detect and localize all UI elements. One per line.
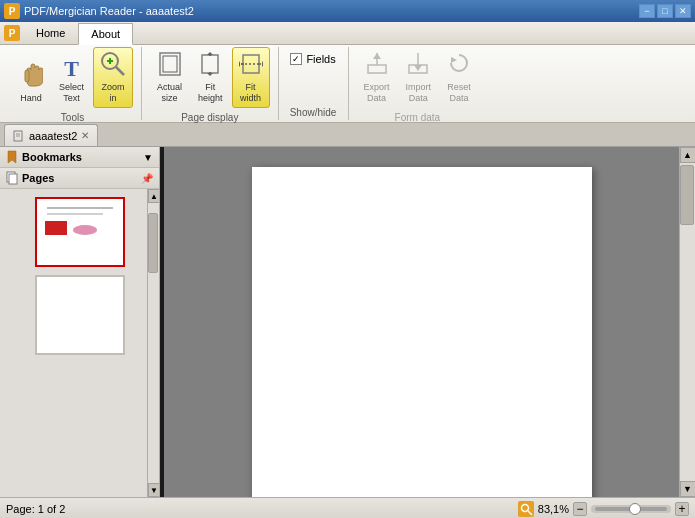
sidebar-scroll-thumb[interactable]: [148, 213, 158, 273]
pages-header[interactable]: Pages 📌: [0, 168, 159, 189]
svg-rect-4: [25, 70, 29, 82]
fit-width-button[interactable]: Fitwidth: [232, 47, 270, 108]
svg-rect-10: [163, 56, 177, 72]
doc-tab-close[interactable]: ✕: [81, 130, 89, 141]
ribbon-group-showhide: ✓ Fields Show/hide: [279, 47, 349, 120]
hand-label: Hand: [20, 93, 42, 104]
sidebar-scroll-track: [148, 203, 159, 483]
thumb-red-block: [45, 221, 67, 235]
page-thumbnails: [0, 189, 159, 497]
window-title: PDF/Mergician Reader - aaaatest2: [24, 5, 194, 17]
status-bar: Page: 1 of 2 83,1% − +: [0, 497, 695, 518]
right-scroll-track: [680, 163, 695, 481]
bookmarks-icon: [6, 150, 18, 164]
bookmarks-section: Bookmarks ▼: [0, 147, 159, 168]
actual-size-icon: [158, 51, 182, 80]
tools-label: Tools: [61, 110, 84, 125]
tab-about[interactable]: About: [78, 23, 133, 45]
pdf-page: [252, 167, 592, 497]
hand-icon: [19, 60, 43, 91]
bookmarks-header[interactable]: Bookmarks ▼: [0, 147, 159, 167]
zoom-in-button[interactable]: Zoomin: [93, 47, 133, 108]
svg-text:P: P: [9, 6, 16, 17]
import-data-label: ImportData: [406, 82, 432, 104]
title-bar: P PDF/Mergician Reader - aaaatest2 − □ ✕: [0, 0, 695, 22]
svg-marker-20: [262, 61, 263, 67]
close-button[interactable]: ✕: [675, 4, 691, 18]
form-data-label: Form data: [395, 110, 441, 125]
svg-marker-15: [207, 73, 213, 76]
svg-rect-11: [202, 55, 218, 73]
page-display-label: Page display: [181, 110, 238, 125]
zoom-plus-button[interactable]: +: [675, 502, 689, 516]
svg-text:P: P: [9, 28, 16, 39]
right-scroll-thumb[interactable]: [680, 165, 694, 225]
title-bar-left: P PDF/Mergician Reader - aaaatest2: [4, 3, 194, 19]
fit-height-icon: [198, 51, 222, 80]
svg-marker-28: [451, 57, 457, 63]
status-right: 83,1% − +: [518, 501, 689, 517]
select-text-icon: T: [64, 58, 79, 80]
export-data-button[interactable]: ExportData: [357, 47, 397, 108]
tab-bar: aaaatest2 ✕: [0, 123, 695, 147]
page-thumb-1[interactable]: [35, 197, 125, 267]
doc-tab-icon: [13, 130, 25, 142]
svg-rect-33: [9, 174, 17, 184]
page-display-items: Actualsize Fitheight: [150, 47, 270, 110]
svg-marker-24: [373, 53, 381, 59]
ribbon-group-form-data: ExportData ImportData: [349, 47, 487, 120]
bookmarks-header-left: Bookmarks: [6, 150, 82, 164]
actual-size-button[interactable]: Actualsize: [150, 47, 189, 108]
svg-line-6: [116, 67, 124, 75]
fields-label: Fields: [306, 53, 335, 65]
ribbon: Hand T SelectText Zoomin Tools: [0, 45, 695, 123]
thumb-2-content: [37, 277, 123, 353]
bookmarks-label: Bookmarks: [22, 151, 82, 163]
sidebar-scroll-down[interactable]: ▼: [148, 483, 159, 497]
tab-home[interactable]: Home: [24, 22, 78, 44]
zoom-icon: [518, 501, 534, 517]
doc-tab-label: aaaatest2: [29, 130, 77, 142]
document-tab[interactable]: aaaatest2 ✕: [4, 124, 98, 146]
svg-marker-13: [207, 52, 213, 55]
app-menu-icon[interactable]: P: [4, 25, 20, 41]
sidebar-scrollbar: ▲ ▼: [147, 189, 159, 497]
export-data-label: ExportData: [364, 82, 390, 104]
zoom-slider[interactable]: [591, 505, 671, 513]
fit-height-label: Fitheight: [198, 82, 223, 104]
hand-button[interactable]: Hand: [12, 56, 50, 108]
thumb-line-1: [47, 207, 113, 209]
pdf-content[interactable]: [164, 147, 679, 497]
pages-header-left: Pages: [6, 171, 54, 185]
select-text-label: SelectText: [59, 82, 84, 104]
right-scroll-down[interactable]: ▼: [680, 481, 696, 497]
pages-label: Pages: [22, 172, 54, 184]
fields-checkbox[interactable]: ✓: [290, 53, 302, 65]
tools-items: Hand T SelectText Zoomin: [12, 47, 133, 110]
fields-checkbox-row[interactable]: ✓ Fields: [290, 51, 335, 67]
maximize-button[interactable]: □: [657, 4, 673, 18]
fit-width-label: Fitwidth: [240, 82, 261, 104]
zoom-slider-thumb[interactable]: [629, 503, 641, 515]
page-thumb-2[interactable]: [35, 275, 125, 355]
main-area: Bookmarks ▼ Pages 📌: [0, 147, 695, 497]
showhide-label: Show/hide: [290, 105, 337, 120]
zoom-minus-button[interactable]: −: [573, 502, 587, 516]
sidebar-scroll-up[interactable]: ▲: [148, 189, 159, 203]
zoom-in-label: Zoomin: [102, 82, 125, 104]
fit-height-button[interactable]: Fitheight: [191, 47, 230, 108]
import-data-icon: [406, 51, 430, 80]
select-text-button[interactable]: T SelectText: [52, 54, 91, 108]
reset-data-label: ResetData: [447, 82, 471, 104]
page-info: Page: 1 of 2: [6, 503, 65, 515]
thumb-1-content: [37, 199, 123, 265]
bookmarks-expand-icon: ▼: [143, 152, 153, 163]
import-data-button[interactable]: ImportData: [399, 47, 439, 108]
thumb-pink-oval: [73, 225, 97, 235]
pages-pin-icon: 📌: [141, 173, 153, 184]
thumb-line-2: [47, 213, 103, 215]
minimize-button[interactable]: −: [639, 4, 655, 18]
reset-data-button[interactable]: ResetData: [440, 47, 478, 108]
right-scrollbar: ▲ ▼: [679, 147, 695, 497]
right-scroll-up[interactable]: ▲: [680, 147, 696, 163]
